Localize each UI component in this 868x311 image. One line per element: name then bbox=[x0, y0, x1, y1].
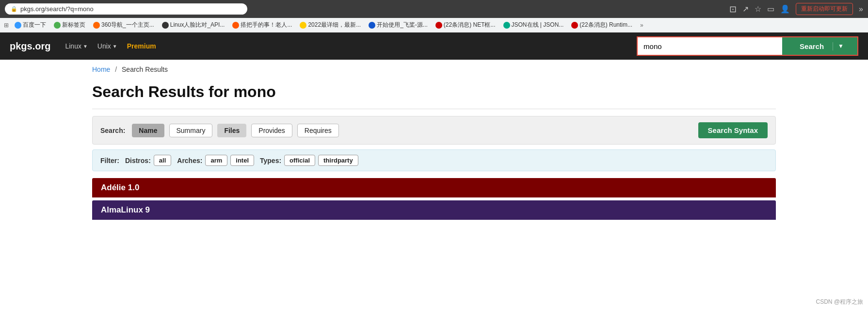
more-bookmarks[interactable]: » bbox=[640, 22, 643, 29]
screenshot-icon[interactable]: ⊡ bbox=[729, 4, 737, 15]
breadcrumb-home[interactable]: Home bbox=[92, 65, 110, 73]
nav-premium[interactable]: Premium bbox=[127, 42, 156, 50]
bookmark-item[interactable]: (22条消息) Runtim... bbox=[568, 20, 635, 30]
address-text: pkgs.org/search/?q=mono bbox=[20, 5, 94, 13]
secondary-filter-bar: Filter: Distros: all Arches: arm intel T… bbox=[92, 149, 776, 171]
filter-files-btn[interactable]: Files bbox=[217, 124, 246, 137]
breadcrumb-separator: / bbox=[115, 65, 117, 73]
almalinux-section: AlmaLinux 9 bbox=[92, 200, 776, 220]
arches-arm-tag[interactable]: arm bbox=[205, 155, 227, 166]
nav-unix[interactable]: Unix ▼ bbox=[97, 42, 117, 50]
extend-icon[interactable]: » bbox=[859, 5, 863, 14]
bookmark-item[interactable]: 新标签页 bbox=[51, 20, 88, 30]
search-button[interactable]: Search ▼ bbox=[782, 36, 858, 56]
distros-label: Distros: bbox=[125, 157, 151, 164]
bookmark-icon bbox=[162, 22, 169, 29]
arches-label: Arches: bbox=[177, 157, 202, 164]
adelie-title: Adélie 1.0 bbox=[101, 183, 139, 192]
filter-summary-btn[interactable]: Summary bbox=[169, 124, 213, 137]
profile-icon[interactable]: 👤 bbox=[780, 4, 790, 14]
adelie-header[interactable]: Adélie 1.0 bbox=[92, 178, 776, 197]
adelie-section: Adélie 1.0 bbox=[92, 178, 776, 197]
browser-toolbar-icons: ⊡ ↗ ☆ ▭ 👤 重新启动即可更新 » bbox=[729, 3, 863, 15]
page-title: Search Results for mono bbox=[92, 77, 776, 109]
search-area: Search ▼ bbox=[637, 36, 858, 56]
bookmark-icon bbox=[503, 22, 510, 29]
arches-intel-tag[interactable]: intel bbox=[230, 155, 254, 166]
nav-linux[interactable]: Linux ▼ bbox=[65, 42, 87, 50]
update-button[interactable]: 重新启动即可更新 bbox=[796, 3, 853, 15]
linux-caret: ▼ bbox=[83, 44, 88, 49]
title-divider bbox=[92, 109, 776, 109]
distros-all-tag[interactable]: all bbox=[154, 155, 171, 166]
bookmark-label: Linux人脸比对_API... bbox=[170, 21, 225, 29]
search-button-caret[interactable]: ▼ bbox=[833, 43, 849, 49]
bookmark-label: (22条消息) NET框... bbox=[444, 21, 496, 29]
bookmark-item[interactable]: 开始使用_飞桨-源... bbox=[366, 20, 431, 30]
site-logo[interactable]: pkgs.org bbox=[10, 41, 50, 52]
tab-icon[interactable]: ▭ bbox=[767, 4, 774, 14]
unix-caret: ▼ bbox=[113, 44, 117, 49]
bookmark-icon bbox=[369, 22, 375, 29]
almalinux-header[interactable]: AlmaLinux 9 bbox=[92, 200, 776, 220]
bookmark-item[interactable]: 百度一下 bbox=[12, 20, 49, 30]
bookmark-icon bbox=[300, 22, 306, 29]
bookmark-item[interactable]: 360导航_一个主页... bbox=[90, 20, 157, 30]
types-label: Types: bbox=[260, 157, 281, 164]
filter-requires-btn[interactable]: Requires bbox=[297, 124, 339, 137]
types-official-tag[interactable]: official bbox=[284, 155, 315, 166]
arches-group: Arches: arm intel bbox=[177, 155, 254, 166]
bookmark-label: 百度一下 bbox=[23, 21, 46, 29]
breadcrumb: Home / Search Results bbox=[92, 60, 776, 77]
bookmark-icon bbox=[571, 22, 578, 29]
bookmark-item[interactable]: 搭把手的事！老人... bbox=[229, 20, 295, 30]
bookmark-label: 开始使用_飞桨-源... bbox=[377, 21, 428, 29]
filter-label: Filter: bbox=[100, 157, 119, 164]
search-syntax-button[interactable]: Search Syntax bbox=[698, 122, 768, 138]
bookmarks-bar: ⊞ 百度一下新标签页360导航_一个主页...Linux人脸比对_API...搭… bbox=[0, 18, 868, 33]
bookmark-label: 新标签页 bbox=[62, 21, 85, 29]
search-input[interactable] bbox=[637, 36, 782, 56]
breadcrumb-current: Search Results bbox=[122, 65, 168, 73]
bookmark-icon bbox=[93, 22, 100, 29]
search-filter-label: Search: bbox=[100, 127, 125, 134]
bookmark-item[interactable]: Linux人脸比对_API... bbox=[159, 20, 228, 30]
browser-chrome: 🔒 pkgs.org/search/?q=mono ⊡ ↗ ☆ ▭ 👤 重新启动… bbox=[0, 0, 868, 18]
types-group: Types: official thirdparty bbox=[260, 155, 358, 166]
bookmark-label: JSON在线 | JSON... bbox=[512, 21, 564, 29]
main-content: Home / Search Results Search Results for… bbox=[82, 60, 786, 220]
filter-provides-btn[interactable]: Provides bbox=[251, 124, 292, 137]
almalinux-title: AlmaLinux 9 bbox=[101, 205, 150, 214]
bookmark-icon bbox=[232, 22, 239, 29]
bookmark-icon bbox=[54, 22, 61, 29]
bookmark-label: (22条消息) Runtim... bbox=[579, 21, 632, 29]
bookmark-icon bbox=[435, 22, 442, 29]
types-thirdparty-tag[interactable]: thirdparty bbox=[318, 155, 358, 166]
share-icon[interactable]: ↗ bbox=[742, 4, 749, 14]
bookmark-label: 2022最详细，最新... bbox=[308, 21, 361, 29]
nav-bar: pkgs.org Linux ▼ Unix ▼ Premium Search ▼ bbox=[0, 33, 868, 60]
bookmark-item[interactable]: 2022最详细，最新... bbox=[297, 20, 364, 30]
bookmark-item[interactable]: JSON在线 | JSON... bbox=[500, 20, 567, 30]
address-bar[interactable]: 🔒 pkgs.org/search/?q=mono bbox=[5, 3, 247, 15]
star-icon[interactable]: ☆ bbox=[755, 4, 761, 14]
bookmark-icon: ⊞ bbox=[4, 22, 9, 29]
search-button-label: Search bbox=[791, 42, 833, 50]
bookmark-icon bbox=[15, 22, 21, 29]
distros-group: Distros: all bbox=[125, 155, 171, 166]
bookmark-label: 360导航_一个主页... bbox=[101, 21, 154, 29]
bookmark-label: 搭把手的事！老人... bbox=[241, 21, 292, 29]
filter-name-btn[interactable]: Name bbox=[132, 124, 164, 137]
search-filter-bar: Search: Name Summary Files Provides Requ… bbox=[92, 116, 776, 145]
bookmark-item[interactable]: (22条消息) NET框... bbox=[433, 20, 498, 30]
lock-icon: 🔒 bbox=[11, 6, 17, 12]
